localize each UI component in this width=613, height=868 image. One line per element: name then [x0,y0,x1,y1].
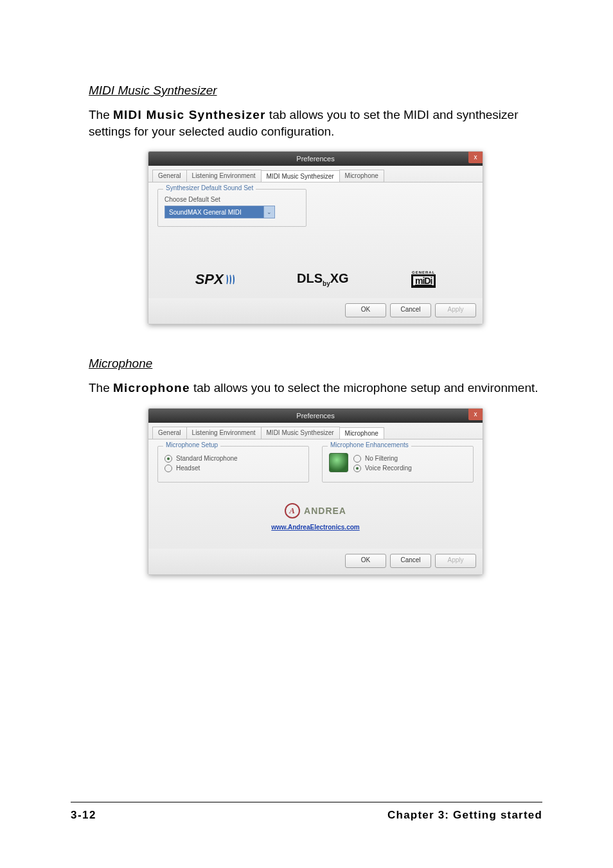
andrea-text: ANDREA [304,506,346,516]
chapter-title: Chapter 3: Getting started [387,809,542,822]
page-footer: 3-12 Chapter 3: Getting started [71,802,542,822]
option-label: Voice Recording [365,465,412,472]
panel: Microphone Setup Standard Microphone Hea… [148,439,483,549]
general-midi-logo: GENERAL miDi [411,270,436,288]
radio-icon [353,455,361,463]
cancel-button[interactable]: Cancel [390,554,431,568]
headset-option[interactable]: Headset [164,465,302,472]
dls-by-xg-logo: DLSbyXG [297,271,349,287]
choose-default-set-label: Choose Default Set [164,196,299,203]
page: MIDI Music Synthesizer The MIDI Music Sy… [0,0,613,868]
default-set-dropdown[interactable]: SoundMAX General MIDI ⌄ [164,206,275,218]
titlebar: Preferences x [148,409,483,423]
ok-button[interactable]: OK [345,303,386,317]
logo-row: SPX DLSbyXG GENERAL miDi [157,259,474,292]
microphone-setup-group: Microphone Setup Standard Microphone Hea… [157,446,309,483]
chevron-down-icon[interactable]: ⌄ [263,206,274,218]
tab-listening-environment[interactable]: Listening Environment [186,427,262,439]
preferences-dialog-microphone: Preferences x General Listening Environm… [148,408,483,575]
sound-waves-icon [225,274,235,285]
tab-row: General Listening Environment MIDI Music… [148,166,483,182]
option-label: Headset [176,465,200,472]
preferences-dialog-midi: Preferences x General Listening Environm… [148,151,483,324]
group-legend: Microphone Setup [163,441,220,448]
midi-heading: MIDI Music Synthesizer [89,84,542,98]
tab-listening-environment[interactable]: Listening Environment [186,170,262,182]
tab-microphone[interactable]: Microphone [339,170,384,182]
standard-microphone-option[interactable]: Standard Microphone [164,455,302,463]
group-legend: Microphone Enhancements [328,441,411,448]
radio-icon [164,465,172,472]
voice-recording-option[interactable]: Voice Recording [353,465,466,472]
dls-text: DLS [297,271,323,285]
close-icon[interactable]: x [468,409,483,420]
radio-icon [164,455,172,463]
microphone-icon [329,453,348,472]
text: The [89,108,113,121]
andrea-a-icon: A [285,503,300,518]
option-label: No Filtering [365,455,398,462]
option-label: Standard Microphone [176,455,238,462]
cancel-button[interactable]: Cancel [390,303,431,317]
xg-text: XG [330,271,349,285]
midi-paragraph: The MIDI Music Synthesizer tab allows yo… [89,107,542,139]
button-bar: OK Cancel Apply [148,549,483,574]
tab-row: General Listening Environment MIDI Music… [148,423,483,439]
dropdown-value: SoundMAX General MIDI [165,209,263,216]
text: tab allows you to select the microphone … [190,381,538,394]
microphone-enhancements-group: Microphone Enhancements No Filtering Voi… [322,446,474,483]
text: The [89,381,113,394]
page-number: 3-12 [71,809,96,822]
two-column: Microphone Setup Standard Microphone Hea… [157,446,474,489]
by-text: by [323,280,330,287]
text-bold: MIDI Music Synthesizer [113,108,266,121]
tab-midi-synthesizer[interactable]: MIDI Music Synthesizer [261,427,340,439]
button-bar: OK Cancel Apply [148,298,483,324]
synth-default-sound-set-group: Synthesizer Default Sound Set Choose Def… [157,189,306,227]
tab-midi-synthesizer[interactable]: MIDI Music Synthesizer [261,170,340,182]
midi-text: miDi [411,274,436,288]
group-legend: Synthesizer Default Sound Set [163,184,256,191]
close-icon[interactable]: x [468,152,483,163]
microphone-paragraph: The Microphone tab allows you to select … [89,380,542,396]
no-filtering-option[interactable]: No Filtering [353,455,466,463]
microphone-heading: Microphone [89,357,542,371]
panel: Synthesizer Default Sound Set Choose Def… [148,182,483,298]
radio-icon [353,465,361,472]
andrea-logo: A ANDREA [285,503,346,518]
ok-button[interactable]: OK [345,554,386,568]
tab-general[interactable]: General [152,170,187,182]
dialog-title: Preferences [296,155,334,163]
titlebar: Preferences x [148,152,483,166]
andrea-branding: A ANDREA www.AndreaElectronics.com [157,503,474,531]
apply-button[interactable]: Apply [435,554,476,568]
text-bold: Microphone [113,381,190,394]
dialog-title: Preferences [296,412,334,420]
spx-text: SPX [195,271,224,288]
apply-button[interactable]: Apply [435,303,476,317]
andrea-link[interactable]: www.AndreaElectronics.com [157,524,474,531]
tab-microphone[interactable]: Microphone [339,427,384,439]
tab-general[interactable]: General [152,427,187,439]
spx-logo: SPX [195,271,235,288]
